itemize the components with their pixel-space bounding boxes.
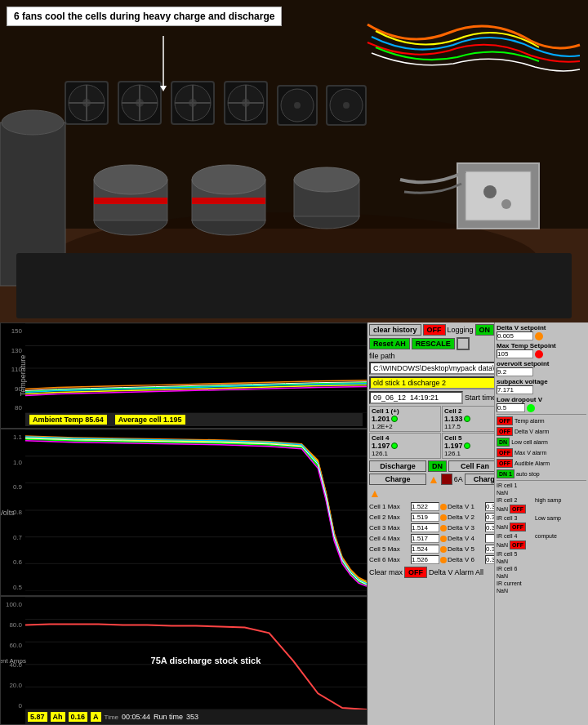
svg-rect-12	[294, 180, 359, 216]
cell3-max-input[interactable]	[411, 523, 439, 532]
max-temp-label: Max Temp Setpoint	[497, 342, 586, 349]
subpack-input[interactable]	[497, 385, 533, 394]
temp-alarm-row: OFF Temp alarm	[497, 416, 586, 425]
low-samp-btn[interactable]: OFF	[510, 523, 526, 532]
ir-cell3-row: IR cell 3 Low samp	[497, 515, 586, 521]
cell6-max-label: Cell 6 Max	[369, 556, 410, 563]
separator2	[497, 480, 586, 481]
svg-marker-48	[160, 86, 167, 91]
cell4-max-input[interactable]	[411, 534, 439, 543]
charge-btn[interactable]: Charge	[369, 474, 426, 485]
rescale-btn[interactable]: RESCALE	[412, 338, 455, 349]
cell2-max-label: Cell 2 Max	[369, 514, 410, 521]
rescale-indicator	[457, 337, 470, 350]
ir-cell6-row: IR cell 6	[497, 566, 586, 572]
low-dropout-input[interactable]	[497, 403, 525, 412]
audible-btn[interactable]: OFF	[497, 459, 513, 468]
temp-alarm-btn[interactable]: OFF	[497, 416, 513, 425]
delta-v-setpoint-input[interactable]	[497, 331, 533, 340]
ah-value: 5.87	[28, 712, 47, 722]
high-samp-label: high samp	[535, 497, 561, 503]
low-cell-btn[interactable]: DN	[497, 438, 510, 447]
max-temp-dot	[535, 350, 543, 358]
svg-rect-38	[278, 86, 317, 125]
cell1-current: 1.2E+2	[372, 423, 439, 430]
reset-ah-btn[interactable]: Reset AH	[369, 338, 410, 349]
cell2-max-input[interactable]	[411, 513, 439, 522]
discharge-label: 75A discharge stock stick	[151, 656, 261, 665]
svg-rect-15	[466, 171, 531, 220]
ir-cell3-label: IR cell 3	[497, 515, 533, 521]
low-cell-alarm-row: DN Low cell alarm	[497, 438, 586, 447]
subpack-label: subpack voltage	[497, 378, 586, 385]
cell6-max-input[interactable]	[411, 555, 439, 564]
ir1-val-row: NaN	[497, 490, 586, 496]
svg-point-25	[136, 99, 144, 107]
cell2-max-dot	[440, 514, 447, 521]
separator1	[497, 414, 586, 415]
svg-rect-44	[0, 122, 65, 286]
low-dropout-section: Low dropout V	[497, 396, 586, 412]
auto-stop-btn[interactable]: DN 1	[497, 469, 514, 478]
compute-btn[interactable]: OFF	[510, 540, 526, 549]
time-value: 00:05:44	[122, 713, 150, 721]
ir2-val-row: NaN OFF	[497, 505, 586, 514]
clear-history-off-btn[interactable]: OFF	[423, 324, 446, 336]
clear-history-btn[interactable]: clear history	[369, 324, 421, 336]
max-temp-input[interactable]	[497, 349, 533, 358]
cell1-name: Cell 1 (+)	[372, 407, 439, 415]
svg-rect-0	[0, 0, 588, 322]
svg-point-5	[94, 165, 167, 194]
discharge-dn-btn[interactable]: DN	[428, 460, 447, 472]
avg-cell-label: Average cell 1.195	[115, 415, 185, 425]
cell3-max-label: Cell 3 Max	[369, 524, 410, 532]
svg-point-29	[175, 85, 211, 121]
svg-point-39	[281, 89, 314, 122]
ir-cell6-label: IR cell 6	[497, 566, 533, 572]
cell5-max-dot	[440, 546, 447, 553]
charge-color-box	[441, 474, 452, 485]
svg-point-24	[122, 85, 158, 121]
compute-label: compute	[535, 533, 557, 539]
svg-point-34	[228, 85, 264, 121]
ir-current-val: NaN	[497, 588, 586, 594]
cell1-indicator	[391, 416, 398, 422]
logging-on-btn[interactable]: ON	[475, 324, 495, 336]
current-axis-label: Current Amps	[0, 657, 26, 665]
delta-v-alarm-btn[interactable]: OFF	[497, 427, 513, 436]
ir-cell2-label: IR cell 2	[497, 497, 533, 503]
ir-cell5-row: IR cell 5	[497, 551, 586, 557]
cell2-indicator	[464, 416, 470, 422]
low-dropout-dot	[527, 404, 535, 412]
high-samp-btn[interactable]: OFF	[510, 505, 526, 514]
svg-point-40	[294, 102, 301, 109]
overvolt-input[interactable]	[497, 367, 533, 376]
cell4-indicator	[391, 443, 398, 449]
discharge-btn[interactable]: Discharge	[369, 460, 426, 472]
cell4-box: Cell 4 1.197 126.1	[369, 433, 441, 459]
ah-label: Ah	[51, 712, 65, 722]
run-time-value: 353	[186, 713, 198, 721]
cell1-volt: 1.201	[372, 415, 390, 423]
volt-axis-label: Volts	[0, 509, 15, 517]
start-date-input[interactable]	[369, 391, 463, 404]
max-v-btn[interactable]: OFF	[497, 448, 513, 457]
cell5-delta-label: Delta V 5	[448, 545, 484, 553]
audible-label: Audible Alarm	[514, 460, 550, 466]
delta-v-setpoint-label: Delta V setpoint	[497, 324, 586, 331]
low-dropout-label: Low dropout V	[497, 396, 586, 403]
overvolt-section: overvolt setpoint	[497, 360, 586, 376]
ir2-val: NaN	[497, 506, 508, 512]
clear-max-btn[interactable]: OFF	[404, 567, 427, 578]
svg-point-7	[192, 206, 265, 235]
audible-alarm-row: OFF Audible Alarm	[497, 459, 586, 468]
cell1-max-input[interactable]	[411, 502, 439, 511]
annotation-text: 6 fans cool the cells during heavy charg…	[14, 11, 274, 22]
cell5-max-input[interactable]	[411, 545, 439, 554]
cell6-delta-label: Delta V 6	[448, 556, 484, 563]
temp-chart: 150 130 110 90 80 Temperature	[0, 322, 368, 429]
logging-label: Logging	[448, 326, 474, 334]
svg-point-45	[2, 110, 64, 135]
run-time-label: Run time	[154, 713, 183, 721]
svg-point-16	[483, 185, 497, 198]
